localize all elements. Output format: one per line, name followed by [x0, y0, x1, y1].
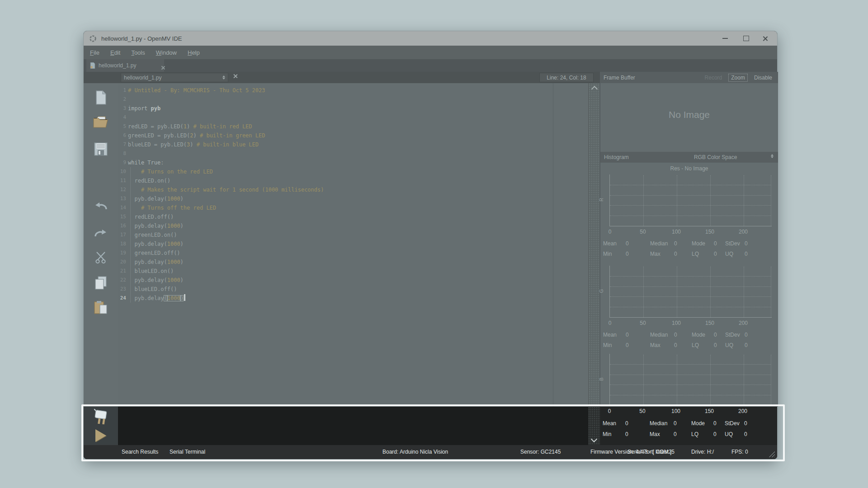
- tab-search-results[interactable]: Search Results: [122, 449, 158, 455]
- stat-label: StDev: [725, 332, 745, 338]
- stat-mode: Mode0: [691, 420, 725, 428]
- stat-value: 0: [674, 431, 677, 437]
- stats-row: Mean0Median0Mode0StDev0: [603, 420, 774, 428]
- copy-button[interactable]: [93, 275, 109, 291]
- code-editor[interactable]: 1# Untitled - By: MCMCHRIS - Thu Oct 5 2…: [118, 83, 588, 407]
- output-scrollbar[interactable]: [588, 407, 600, 445]
- disable-button[interactable]: Disable: [752, 74, 774, 81]
- code-line: 2: [118, 95, 588, 104]
- stat-label: Median: [650, 420, 674, 427]
- stat-value: 0: [626, 342, 629, 348]
- stats-row: Min0Max0LQ0UQ0: [603, 342, 776, 350]
- color-space-dropdown[interactable]: RGB Color Space: [694, 154, 737, 160]
- scroll-down-icon[interactable]: [591, 436, 597, 442]
- code-line: 3import pyb: [118, 104, 588, 113]
- frame-buffer-header: Frame Buffer Record Zoom Disable: [600, 72, 778, 83]
- close-icon: [762, 36, 768, 42]
- stat-stdev: StDev0: [725, 240, 776, 249]
- menu-item-tools[interactable]: Tools: [131, 49, 145, 56]
- connect-button[interactable]: [92, 409, 110, 425]
- resolution-label: Res - No Image: [600, 163, 778, 174]
- code-area[interactable]: 1# Untitled - By: MCMCHRIS - Thu Oct 5 2…: [118, 83, 588, 407]
- line-number: 21: [118, 267, 126, 276]
- code-line: 19 greenLED.off(): [118, 249, 588, 258]
- stat-max: Max0: [650, 431, 691, 439]
- stat-mean: Mean0: [603, 332, 650, 340]
- undo-button[interactable]: [93, 197, 109, 213]
- line-number: 2: [118, 95, 126, 104]
- histogram-plot-r: [609, 174, 772, 226]
- maximize-icon: [743, 36, 749, 41]
- menu-item-edit[interactable]: Edit: [110, 49, 120, 56]
- line-number: 22: [118, 276, 126, 285]
- code-line: 17 greenLED.on(): [118, 230, 588, 239]
- window-title: helloworld_1.py - OpenMV IDE: [101, 35, 182, 42]
- tick-label: 50: [639, 408, 645, 414]
- save-button[interactable]: [93, 141, 109, 157]
- new-file-button[interactable]: [93, 89, 109, 106]
- code-line: 24 pyb.delay(1000): [118, 294, 588, 303]
- tick-label: 50: [640, 320, 646, 326]
- stat-label: LQ: [692, 251, 714, 257]
- run-button[interactable]: [92, 427, 110, 444]
- menu-item-file[interactable]: File: [90, 49, 99, 56]
- stat-label: Median: [650, 332, 674, 338]
- minimize-button[interactable]: [717, 31, 733, 46]
- zoom-button[interactable]: Zoom: [729, 74, 747, 81]
- tick-label: 200: [738, 408, 747, 414]
- stat-value: 0: [744, 420, 747, 427]
- cut-button[interactable]: [93, 249, 109, 266]
- stat-value: 0: [745, 240, 748, 247]
- text-cursor: [184, 294, 185, 301]
- line-number: 23: [118, 285, 126, 294]
- document-selector[interactable]: helloworld_1.py: [121, 73, 228, 82]
- line-number: 4: [118, 113, 126, 122]
- line-number: 5: [118, 122, 126, 131]
- scroll-up-icon[interactable]: [591, 86, 597, 92]
- output-panel: [118, 407, 588, 445]
- stats-row: Min0Max0LQ0UQ0: [603, 431, 774, 439]
- histogram-section-r: R050100150200Mean0Median0Mode0StDev0Min0…: [600, 174, 778, 263]
- file-tab[interactable]: helloworld_1.py: [86, 59, 164, 72]
- stat-label: UQ: [725, 342, 745, 348]
- maximize-button[interactable]: [738, 31, 754, 46]
- line-number: 8: [118, 149, 126, 158]
- code-line: 9while True:: [118, 158, 588, 167]
- line-number: 10: [118, 167, 126, 176]
- menu-item-help[interactable]: Help: [188, 49, 200, 56]
- stat-label: Median: [650, 240, 674, 247]
- tick-label: 0: [609, 320, 612, 326]
- undo-icon: [94, 200, 108, 210]
- open-file-button[interactable]: [93, 114, 109, 130]
- stat-label: Mode: [692, 332, 714, 338]
- open-folder-icon: [93, 116, 108, 128]
- record-button: Record: [703, 74, 725, 81]
- code-line: 7blueLED = pyb.LED(3) # built-in blue LE…: [118, 140, 588, 149]
- frame-buffer-title: Frame Buffer: [604, 75, 698, 81]
- line-number: 3: [118, 104, 126, 113]
- tick-label: 200: [739, 229, 748, 235]
- stat-value: 0: [626, 251, 629, 257]
- paste-button[interactable]: [93, 299, 109, 315]
- openmv-logo-icon[interactable]: [89, 35, 97, 42]
- line-number: 14: [118, 203, 126, 212]
- tab-serial-terminal[interactable]: Serial Terminal: [170, 449, 205, 455]
- stat-value: 0: [745, 251, 748, 257]
- editor-scrollbar[interactable]: [588, 83, 600, 407]
- code-line: 4: [118, 113, 588, 122]
- axis-ticks: 050100150200: [609, 408, 771, 415]
- redo-button[interactable]: [93, 224, 109, 240]
- stat-label: Min: [603, 251, 626, 257]
- channel-label-g: G: [599, 289, 604, 293]
- line-number: 7: [118, 140, 126, 149]
- status-board: Board: Arduino Nicla Vision: [382, 449, 448, 455]
- menu-item-window[interactable]: Window: [156, 49, 177, 56]
- tick-label: 150: [705, 229, 714, 235]
- stat-max: Max0: [650, 251, 692, 259]
- close-button[interactable]: [757, 31, 773, 46]
- play-icon: [95, 429, 106, 442]
- line-number: 1: [118, 86, 126, 95]
- tick-label: 50: [640, 229, 646, 235]
- resize-grip[interactable]: [768, 450, 775, 457]
- histogram-section-g: G050100150200Mean0Median0Mode0StDev0Min0…: [600, 266, 778, 355]
